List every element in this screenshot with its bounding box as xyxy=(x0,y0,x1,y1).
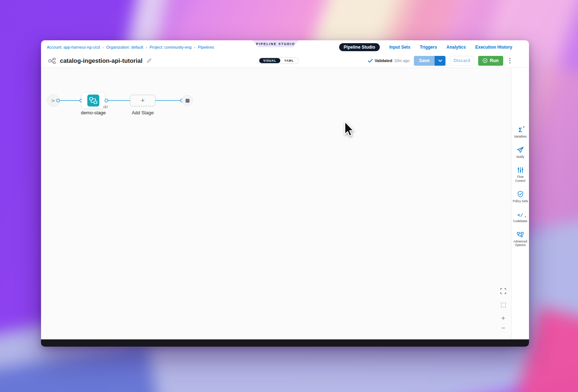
custom-stage-icon xyxy=(87,94,99,107)
add-stage-label: Add Stage xyxy=(121,110,164,115)
fullscreen-expand-icon[interactable] xyxy=(500,288,506,294)
breadcrumb-project[interactable]: Project: community-eng xyxy=(150,45,192,49)
run-label: Run xyxy=(490,58,498,63)
connector-dot xyxy=(56,99,60,102)
canvas-controls: + − xyxy=(500,288,506,331)
edit-pencil-icon[interactable] xyxy=(147,58,152,63)
stop-square-icon xyxy=(186,99,190,103)
shield-check-icon xyxy=(517,191,524,198)
rail-label: Notify xyxy=(516,155,525,159)
window-header: Account: app-harness-ng-cicd › Organizat… xyxy=(41,40,529,54)
tab-input-sets[interactable]: Input Sets xyxy=(389,45,410,50)
paper-plane-icon xyxy=(517,146,524,154)
chevron-down-icon xyxy=(438,60,442,62)
stage-link-icon xyxy=(103,105,108,109)
zoom-in-button[interactable]: + xyxy=(501,315,505,322)
connector-edge xyxy=(106,100,130,101)
canvas-fit-icon[interactable] xyxy=(501,303,506,307)
code-icon: </▲ xyxy=(517,211,523,218)
pipeline-toolbar: catalog-ingestion-api-tutorial VISUAL YA… xyxy=(41,54,529,68)
rail-item-policy-sets[interactable]: Policy Sets xyxy=(512,191,529,203)
rail-item-advanced-options[interactable]: Advanced Options xyxy=(512,231,529,247)
connector-edge xyxy=(155,100,182,101)
studio-body: + demo-stage Add Stage + − xyxy=(41,68,529,339)
plus-icon: + xyxy=(141,97,144,104)
save-options-button[interactable] xyxy=(435,56,445,66)
rail-label: Advanced Options xyxy=(512,240,529,247)
rail-label: Policy Sets xyxy=(512,199,529,203)
toolbar-actions: Validated 10m ago Save Discard Run xyxy=(368,56,512,66)
pipeline-end-node[interactable] xyxy=(182,95,193,106)
toggle-visual[interactable]: VISUAL xyxy=(259,58,280,63)
tab-analytics[interactable]: Analytics xyxy=(447,45,466,50)
flame-icon: ▲ xyxy=(525,215,526,218)
stage-label: demo-stage xyxy=(72,110,115,115)
mouse-cursor xyxy=(343,121,356,139)
tab-pipeline-studio[interactable]: Pipeline Studio xyxy=(339,43,380,51)
breadcrumb-pipelines[interactable]: Pipelines xyxy=(198,45,214,49)
start-play-icon xyxy=(51,98,56,103)
window-bottom-bar xyxy=(41,339,529,347)
validation-status[interactable]: Validated 10m ago xyxy=(368,58,410,63)
studio-right-rail: Σx Variables Notify xyxy=(511,68,529,339)
chevron-right-icon: › xyxy=(194,45,196,49)
sigma-variables-icon: Σx xyxy=(518,126,522,133)
breadcrumb-organization[interactable]: Organization: default xyxy=(106,45,143,49)
rail-item-notify[interactable]: Notify xyxy=(512,146,529,159)
pipeline-canvas: + demo-stage Add Stage + − xyxy=(41,68,511,339)
rail-label: Variables xyxy=(513,135,528,139)
add-stage-button[interactable]: + xyxy=(130,95,155,106)
check-icon xyxy=(368,59,373,63)
pipeline-studio-window: Account: app-harness-ng-cicd › Organizat… xyxy=(41,40,529,347)
save-split-button: Save xyxy=(414,56,445,66)
pipeline-title: catalog-ingestion-api-tutorial xyxy=(60,57,142,64)
breadcrumb: Account: app-harness-ng-cicd › Organizat… xyxy=(47,45,214,49)
flowchart-gear-icon xyxy=(517,231,524,238)
run-button[interactable]: Run xyxy=(478,56,503,66)
rail-item-codebase[interactable]: </▲ Codebase xyxy=(512,211,529,223)
connector-dot xyxy=(105,99,108,102)
studio-nav-tabs: Pipeline Studio Input Sets Triggers Anal… xyxy=(339,43,512,51)
zoom-out-button[interactable]: − xyxy=(501,324,505,331)
run-play-icon xyxy=(483,58,488,63)
more-options-kebab-icon[interactable] xyxy=(508,56,513,65)
save-button[interactable]: Save xyxy=(414,56,435,66)
rail-label: Flow Control xyxy=(512,175,529,183)
rail-item-variables[interactable]: Σx Variables xyxy=(512,126,529,139)
chevron-right-icon: › xyxy=(146,45,147,49)
tab-execution-history[interactable]: Execution History xyxy=(475,45,512,50)
chevron-right-icon: › xyxy=(102,45,104,49)
toggle-yaml[interactable]: YAML xyxy=(280,58,298,63)
discard-button[interactable]: Discard xyxy=(450,56,474,66)
pipeline-graph-icon xyxy=(48,58,56,64)
breadcrumb-account[interactable]: Account: app-harness-ng-cicd xyxy=(47,45,100,49)
validated-time: 10m ago xyxy=(394,58,410,63)
rail-label: Codebase xyxy=(513,219,528,223)
visual-yaml-toggle: VISUAL YAML xyxy=(259,57,299,64)
connector-edge xyxy=(58,100,81,101)
validated-label: Validated xyxy=(375,58,392,63)
rail-item-flow-control[interactable]: Flow Control xyxy=(512,166,529,183)
pipeline-studio-banner: PIPELINE STUDIO xyxy=(251,40,301,47)
sliders-icon xyxy=(517,166,524,173)
stage-node-demo-stage[interactable] xyxy=(82,93,105,109)
tab-triggers[interactable]: Triggers xyxy=(420,45,437,50)
